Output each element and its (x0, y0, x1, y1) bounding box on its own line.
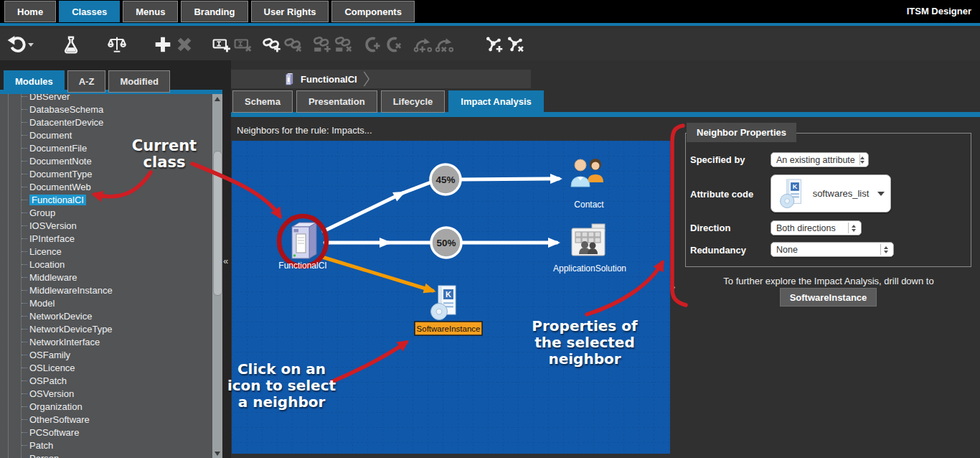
scrollbar-thumb[interactable] (213, 151, 222, 296)
tree-connector (22, 238, 27, 239)
tree-scrollbar[interactable] (212, 94, 222, 458)
svg-text:45%: 45% (435, 174, 455, 185)
neighbor-properties-legend: Neighbor Properties (687, 123, 796, 142)
add-linked-field-button[interactable] (311, 33, 333, 56)
attribute-code-dropdown[interactable]: K softwares_list (771, 174, 891, 212)
collapse-sidebar-handle[interactable]: « (223, 256, 228, 266)
class-tree-item[interactable]: NetworkDevice (0, 309, 212, 322)
svg-text:ApplicationSolution: ApplicationSolution (553, 263, 626, 274)
tree-connector (22, 135, 27, 136)
svg-text:50%: 50% (436, 238, 456, 248)
class-tree-item[interactable]: Location (0, 258, 212, 271)
class-tree-item[interactable]: OSPatch (0, 374, 212, 387)
class-tree-item[interactable]: OSLicence (0, 361, 212, 374)
delete-linked-field-button[interactable] (333, 33, 354, 56)
direction-select[interactable]: Both directions (771, 220, 862, 235)
main-tab[interactable]: Presentation (296, 90, 377, 113)
add-link-button[interactable] (261, 33, 283, 56)
add-external-key-button[interactable] (412, 33, 433, 56)
main-tabs: Schema Presentation Lifecycle Impact Ana… (232, 90, 544, 113)
class-tree-item[interactable]: IOSVersion (0, 219, 212, 232)
delete-link-button[interactable] (283, 33, 304, 56)
drill-down-button[interactable]: SoftwareInstance (780, 288, 877, 307)
class-tree-item[interactable]: DocumentWeb (0, 180, 212, 193)
sidebar-tab[interactable]: Modified (108, 70, 169, 93)
main-accent-strip (231, 112, 980, 117)
sidebar-tab[interactable]: A-Z (67, 70, 106, 93)
top-nav-tab[interactable]: Menus (123, 1, 178, 22)
top-nav: Home Classes Menus Branding User Rights … (0, 0, 980, 26)
tree-connector (22, 225, 27, 226)
class-tree-item[interactable]: OSVersion (0, 387, 212, 400)
class-tree-item[interactable]: IPInterface (0, 232, 212, 245)
tree-connector (22, 290, 27, 291)
class-tree-item[interactable]: NetworkDeviceType (0, 322, 212, 335)
class-tree-item[interactable]: OSFamily (0, 348, 212, 361)
tree-connector (22, 96, 27, 97)
spinner-icon (880, 244, 890, 255)
class-tree-item[interactable]: Licence (0, 245, 212, 258)
undo-menu-caret-icon[interactable] (27, 33, 36, 56)
add-relation-button[interactable] (484, 33, 505, 56)
arrow-up-icon (215, 97, 220, 101)
breadcrumb[interactable]: FunctionalCI (231, 70, 531, 88)
class-tree-item[interactable]: OtherSoftware (0, 413, 212, 426)
tree-connector (22, 212, 27, 213)
svg-text:FunctionalCI: FunctionalCI (278, 261, 326, 271)
tree-connector (22, 303, 27, 304)
impact-analysis-canvas[interactable]: 45% 50% FunctionalCI (232, 141, 670, 454)
class-tree-item[interactable]: DBServer (0, 94, 212, 103)
delete-object-button[interactable] (383, 33, 405, 56)
class-tree-item[interactable]: Person (0, 452, 212, 458)
redundancy-label: Redundancy (690, 245, 746, 256)
class-tree-item[interactable]: PCSoftware (0, 426, 212, 439)
class-tree-item[interactable]: NetworkInterface (0, 335, 212, 348)
redundancy-select[interactable]: None (771, 242, 894, 257)
tree-connector (22, 380, 27, 381)
delete-button[interactable] (174, 33, 195, 56)
add-object-button[interactable] (362, 33, 383, 56)
class-tree-item[interactable]: Middleware (0, 271, 212, 284)
main-tab[interactable]: Impact Analysis (448, 90, 544, 113)
scroll-up-button[interactable] (212, 94, 222, 103)
top-nav-tab[interactable]: Components (331, 1, 414, 22)
expand-panel-handle[interactable]: » (670, 281, 675, 292)
main-tab[interactable]: Schema (232, 90, 293, 113)
drill-down-caption: To further explore the Impact Analysis, … (685, 276, 972, 286)
delete-field-button[interactable] (232, 33, 254, 56)
class-tree-item[interactable]: DocumentType (0, 167, 212, 180)
specified-by-select[interactable]: An existing attribute (771, 152, 869, 167)
class-tree-item[interactable]: Organization (0, 400, 212, 413)
add-button[interactable] (152, 33, 174, 56)
class-tree-item[interactable]: DatacenterDevice (0, 116, 212, 128)
new-class-flask-button[interactable] (60, 33, 82, 56)
class-tree-item[interactable]: DocumentFile (0, 141, 212, 154)
delete-external-key-button[interactable] (433, 33, 455, 56)
class-server-icon (284, 73, 295, 86)
undo-button[interactable] (6, 33, 27, 56)
add-field-button[interactable] (211, 33, 232, 56)
direction-label: Direction (690, 223, 730, 233)
class-tree-item[interactable]: DocumentNote (0, 154, 212, 167)
tree-connector (22, 251, 27, 252)
class-tree-item[interactable]: Group (0, 206, 212, 219)
edge-percentage-badge: 45% (430, 164, 461, 195)
class-tree-item[interactable]: FunctionalCI (0, 193, 212, 206)
class-tree-item[interactable]: Model (0, 296, 212, 309)
tree-connector (22, 329, 27, 330)
top-nav-tab[interactable]: Classes (59, 1, 120, 22)
main-tab[interactable]: Lifecycle (381, 90, 446, 113)
class-tree-item[interactable]: MiddlewareInstance (0, 284, 212, 296)
top-nav-tab[interactable]: Branding (181, 1, 248, 22)
scroll-down-button[interactable] (212, 449, 222, 458)
class-tree-item[interactable]: Document (0, 128, 212, 141)
top-nav-tab[interactable]: User Rights (251, 1, 329, 22)
top-nav-tab[interactable]: Home (4, 1, 56, 22)
tree-connector (22, 393, 27, 394)
delete-relation-button[interactable] (505, 33, 527, 56)
sidebar-tab[interactable]: Modules (4, 70, 65, 93)
compare-scales-button[interactable] (106, 33, 128, 56)
class-tree-item[interactable]: Patch (0, 439, 212, 452)
class-tree-item[interactable]: DatabaseSchema (0, 103, 212, 116)
tree-connector (22, 355, 27, 355)
